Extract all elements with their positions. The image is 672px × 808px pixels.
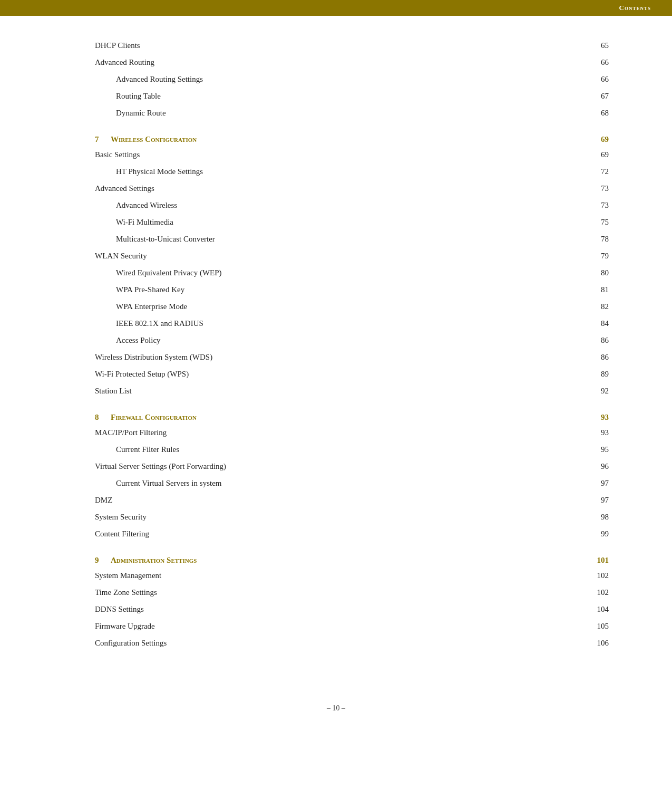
toc-entry-dmz: DMZ 97: [95, 492, 609, 508]
toc-entry-access-policy: Access Policy 86: [95, 332, 609, 349]
entry-text-routing-table: Routing Table: [116, 90, 582, 102]
toc-entry-wpa-enterprise: WPA Enterprise Mode 82: [95, 298, 609, 315]
chapter-7-page: 69: [582, 135, 609, 144]
entry-page-adv-routing: 66: [582, 56, 609, 69]
toc-entry-adv-routing-settings: Advanced Routing Settings 66: [95, 71, 609, 88]
content-area: DHCP Clients 65 Advanced Routing 66 Adva…: [0, 16, 672, 694]
entry-page-routing-table: 67: [582, 90, 609, 102]
entry-text-adv-routing: Advanced Routing: [95, 56, 582, 69]
toc-entry-multicast: Multicast-to-Unicast Converter 78: [95, 230, 609, 247]
chapter-9-page: 101: [582, 556, 609, 565]
toc-entry-wps: Wi-Fi Protected Setup (WPS) 89: [95, 365, 609, 382]
chapter-9-section: 9 Administration Settings 101 System Man…: [95, 553, 609, 651]
toc-entry-dynamic-route: Dynamic Route 68: [95, 104, 609, 121]
toc-entry-mac-filter: MAC/IP/Port Filtering 93: [95, 424, 609, 441]
toc-entry-wpa-psk: WPA Pre-Shared Key 81: [95, 281, 609, 298]
entry-text-dynamic-route: Dynamic Route: [116, 107, 582, 119]
toc-entry-routing-table: Routing Table 67: [95, 88, 609, 104]
entry-page-dynamic-route: 68: [582, 107, 609, 119]
chapter-8-number: 8: [95, 413, 111, 422]
toc-entry-adv-routing: Advanced Routing 66: [95, 54, 609, 71]
header-bar: Contents: [0, 0, 672, 16]
entry-text-adv-routing-settings: Advanced Routing Settings: [116, 73, 582, 85]
chapter-9-header: 9 Administration Settings 101: [95, 553, 609, 567]
toc-entry-ieee-radius: IEEE 802.1X and RADIUS 84: [95, 315, 609, 332]
toc-entry-ht-physical: HT Physical Mode Settings 72: [95, 163, 609, 180]
pre-chapter-section: DHCP Clients 65 Advanced Routing 66 Adva…: [95, 37, 609, 121]
toc-entry-config-settings: Configuration Settings 106: [95, 634, 609, 651]
chapter-8-title: Firewall Configuration: [111, 413, 582, 422]
toc-entry-system-management: System Management 102: [95, 567, 609, 584]
chapter-7-title: Wireless Configuration: [111, 135, 582, 144]
toc-entry-advanced-settings: Advanced Settings 73: [95, 180, 609, 197]
chapter-7-section: 7 Wireless Configuration 69 Basic Settin…: [95, 132, 609, 399]
toc-entry-advanced-wireless: Advanced Wireless 73: [95, 197, 609, 214]
toc-entry-timezone: Time Zone Settings 102: [95, 584, 609, 601]
toc-entry-wifi-multimedia: Wi-Fi Multimedia 75: [95, 214, 609, 230]
toc-entry-system-security: System Security 98: [95, 508, 609, 525]
header-label: Contents: [619, 4, 651, 12]
entry-page-adv-routing-settings: 66: [582, 73, 609, 85]
toc-entry-station-list: Station List 92: [95, 382, 609, 399]
toc-entry-content-filtering: Content Filtering 99: [95, 525, 609, 542]
chapter-7-number: 7: [95, 135, 111, 144]
chapter-9-number: 9: [95, 556, 111, 565]
chapter-9-title: Administration Settings: [111, 556, 582, 565]
chapter-7-header: 7 Wireless Configuration 69: [95, 132, 609, 146]
toc-entry-wds: Wireless Distribution System (WDS) 86: [95, 349, 609, 365]
toc-entry-virtual-servers-system: Current Virtual Servers in system 97: [95, 475, 609, 492]
toc-entry-wep: Wired Equivalent Privacy (WEP) 80: [95, 264, 609, 281]
entry-text-dhcp: DHCP Clients: [95, 39, 582, 52]
toc-entry-basic-settings: Basic Settings 69: [95, 146, 609, 163]
entry-page-dhcp: 65: [582, 39, 609, 52]
toc-entry-filter-rules: Current Filter Rules 95: [95, 441, 609, 458]
toc-entry-firmware: Firmware Upgrade 105: [95, 618, 609, 634]
toc-entry-ddns: DDNS Settings 104: [95, 601, 609, 618]
page-footer: – 10 –: [0, 694, 672, 728]
toc-entry-virtual-server: Virtual Server Settings (Port Forwarding…: [95, 458, 609, 475]
chapter-8-header: 8 Firewall Configuration 93: [95, 410, 609, 424]
chapter-8-page: 93: [582, 413, 609, 422]
toc-entry-dhcp: DHCP Clients 65: [95, 37, 609, 54]
chapter-8-section: 8 Firewall Configuration 93 MAC/IP/Port …: [95, 410, 609, 542]
toc-entry-wlan-security: WLAN Security 79: [95, 247, 609, 264]
footer-page-number: – 10 –: [327, 704, 345, 712]
